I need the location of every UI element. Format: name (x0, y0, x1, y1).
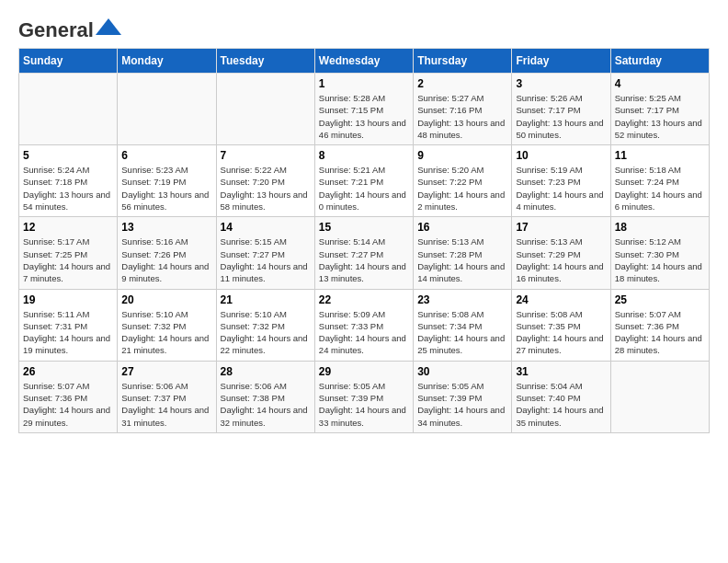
logo: General (18, 18, 121, 39)
cell-line: Sunrise: 5:08 AM (417, 308, 507, 320)
page-header: General (18, 18, 710, 39)
day-number: 29 (319, 365, 409, 378)
cell-line: Sunrise: 5:13 AM (417, 236, 507, 247)
cell-line: Sunrise: 5:05 AM (319, 380, 409, 392)
day-number: 30 (417, 365, 507, 378)
calendar-cell (19, 74, 118, 145)
cell-content: Sunrise: 5:21 AMSunset: 7:21 PMDaylight:… (319, 164, 409, 213)
day-number: 1 (319, 77, 409, 90)
cell-line: Sunrise: 5:13 AM (516, 236, 606, 247)
cell-line: Daylight: 13 hours and 52 minutes. (615, 117, 705, 142)
cell-line: Sunrise: 5:17 AM (23, 236, 113, 247)
calendar-cell: 20Sunrise: 5:10 AMSunset: 7:32 PMDayligh… (118, 289, 216, 361)
cell-line: Sunset: 7:32 PM (121, 320, 211, 332)
calendar-cell: 8Sunrise: 5:21 AMSunset: 7:21 PMDaylight… (314, 145, 413, 217)
cell-content: Sunrise: 5:20 AMSunset: 7:22 PMDaylight:… (417, 164, 507, 213)
cell-line: Daylight: 14 hours and 7 minutes. (23, 260, 113, 285)
cell-line: Sunrise: 5:11 AM (23, 308, 113, 320)
day-number: 4 (615, 77, 705, 90)
calendar-cell: 3Sunrise: 5:26 AMSunset: 7:17 PMDaylight… (512, 74, 610, 145)
cell-line: Sunset: 7:26 PM (121, 248, 211, 260)
day-number: 15 (319, 221, 409, 234)
cell-line: Sunrise: 5:25 AM (615, 92, 705, 104)
cell-line: Daylight: 14 hours and 31 minutes. (121, 404, 211, 429)
cell-line: Daylight: 14 hours and 32 minutes. (221, 404, 311, 429)
cell-line: Daylight: 14 hours and 22 minutes. (221, 332, 311, 357)
logo-icon (96, 18, 121, 35)
calendar-cell: 25Sunrise: 5:07 AMSunset: 7:36 PMDayligh… (610, 289, 709, 361)
cell-content: Sunrise: 5:07 AMSunset: 7:36 PMDaylight:… (23, 380, 113, 429)
cell-line: Sunset: 7:34 PM (417, 320, 507, 332)
cell-line: Sunset: 7:36 PM (23, 392, 113, 404)
cell-content: Sunrise: 5:23 AMSunset: 7:19 PMDaylight:… (121, 164, 211, 213)
cell-line: Daylight: 14 hours and 9 minutes. (121, 260, 211, 285)
day-number: 28 (221, 365, 311, 378)
calendar-cell: 31Sunrise: 5:04 AMSunset: 7:40 PMDayligh… (512, 361, 610, 432)
day-header-thursday: Thursday (414, 49, 512, 74)
calendar-cell: 16Sunrise: 5:13 AMSunset: 7:28 PMDayligh… (414, 217, 512, 289)
cell-line: Sunset: 7:33 PM (319, 320, 409, 332)
calendar-table: SundayMondayTuesdayWednesdayThursdayFrid… (18, 48, 710, 433)
day-header-wednesday: Wednesday (314, 49, 413, 74)
calendar-cell: 26Sunrise: 5:07 AMSunset: 7:36 PMDayligh… (19, 361, 118, 432)
cell-line: Sunrise: 5:04 AM (516, 380, 606, 392)
calendar-cell: 11Sunrise: 5:18 AMSunset: 7:24 PMDayligh… (610, 145, 709, 217)
cell-line: Daylight: 14 hours and 34 minutes. (417, 404, 507, 429)
calendar-cell: 9Sunrise: 5:20 AMSunset: 7:22 PMDaylight… (414, 145, 512, 217)
calendar-cell (216, 74, 314, 145)
cell-line: Daylight: 14 hours and 4 minutes. (516, 189, 606, 213)
cell-content: Sunrise: 5:11 AMSunset: 7:31 PMDaylight:… (23, 308, 113, 357)
cell-line: Sunrise: 5:21 AM (319, 164, 409, 176)
day-number: 21 (221, 293, 311, 306)
cell-line: Sunrise: 5:14 AM (319, 236, 409, 247)
week-row-2: 5Sunrise: 5:24 AMSunset: 7:18 PMDaylight… (19, 145, 710, 217)
cell-line: Sunset: 7:21 PM (319, 176, 409, 188)
cell-line: Sunrise: 5:08 AM (516, 308, 606, 320)
day-number: 9 (417, 149, 507, 162)
day-number: 31 (516, 365, 606, 378)
cell-line: Sunset: 7:23 PM (516, 176, 606, 188)
cell-line: Sunrise: 5:05 AM (417, 380, 507, 392)
day-header-friday: Friday (512, 49, 610, 74)
cell-line: Daylight: 14 hours and 35 minutes. (516, 404, 606, 429)
cell-line: Daylight: 14 hours and 14 minutes. (417, 260, 507, 285)
cell-line: Sunrise: 5:07 AM (615, 308, 705, 320)
cell-content: Sunrise: 5:06 AMSunset: 7:37 PMDaylight:… (121, 380, 211, 429)
calendar-cell: 10Sunrise: 5:19 AMSunset: 7:23 PMDayligh… (512, 145, 610, 217)
cell-line: Sunset: 7:29 PM (516, 248, 606, 260)
cell-content: Sunrise: 5:08 AMSunset: 7:34 PMDaylight:… (417, 308, 507, 357)
calendar-cell: 17Sunrise: 5:13 AMSunset: 7:29 PMDayligh… (512, 217, 610, 289)
day-number: 14 (221, 221, 311, 234)
cell-line: Sunrise: 5:12 AM (615, 236, 705, 247)
cell-line: Sunset: 7:38 PM (221, 392, 311, 404)
cell-line: Daylight: 14 hours and 16 minutes. (516, 260, 606, 285)
week-row-4: 19Sunrise: 5:11 AMSunset: 7:31 PMDayligh… (19, 289, 710, 361)
cell-line: Sunset: 7:39 PM (417, 392, 507, 404)
cell-content: Sunrise: 5:22 AMSunset: 7:20 PMDaylight:… (221, 164, 311, 213)
cell-line: Sunset: 7:17 PM (615, 104, 705, 116)
calendar-cell: 14Sunrise: 5:15 AMSunset: 7:27 PMDayligh… (216, 217, 314, 289)
day-number: 6 (121, 149, 211, 162)
cell-line: Sunset: 7:28 PM (417, 248, 507, 260)
cell-content: Sunrise: 5:28 AMSunset: 7:15 PMDaylight:… (319, 92, 409, 141)
calendar-cell: 1Sunrise: 5:28 AMSunset: 7:15 PMDaylight… (314, 74, 413, 145)
cell-line: Daylight: 14 hours and 13 minutes. (319, 260, 409, 285)
cell-line: Sunset: 7:19 PM (121, 176, 211, 188)
calendar-cell: 30Sunrise: 5:05 AMSunset: 7:39 PMDayligh… (414, 361, 512, 432)
cell-line: Sunrise: 5:19 AM (516, 164, 606, 176)
cell-line: Sunrise: 5:27 AM (417, 92, 507, 104)
cell-line: Daylight: 13 hours and 54 minutes. (23, 189, 113, 213)
calendar-cell: 29Sunrise: 5:05 AMSunset: 7:39 PMDayligh… (314, 361, 413, 432)
cell-line: Sunset: 7:36 PM (615, 320, 705, 332)
calendar-cell: 18Sunrise: 5:12 AMSunset: 7:30 PMDayligh… (610, 217, 709, 289)
cell-content: Sunrise: 5:27 AMSunset: 7:16 PMDaylight:… (417, 92, 507, 141)
cell-content: Sunrise: 5:05 AMSunset: 7:39 PMDaylight:… (417, 380, 507, 429)
cell-line: Sunrise: 5:15 AM (221, 236, 311, 247)
calendar-cell: 22Sunrise: 5:09 AMSunset: 7:33 PMDayligh… (314, 289, 413, 361)
calendar-cell (610, 361, 709, 432)
calendar-cell: 19Sunrise: 5:11 AMSunset: 7:31 PMDayligh… (19, 289, 118, 361)
header-row: SundayMondayTuesdayWednesdayThursdayFrid… (19, 49, 710, 74)
day-number: 10 (516, 149, 606, 162)
day-number: 11 (615, 149, 705, 162)
cell-line: Sunset: 7:27 PM (319, 248, 409, 260)
